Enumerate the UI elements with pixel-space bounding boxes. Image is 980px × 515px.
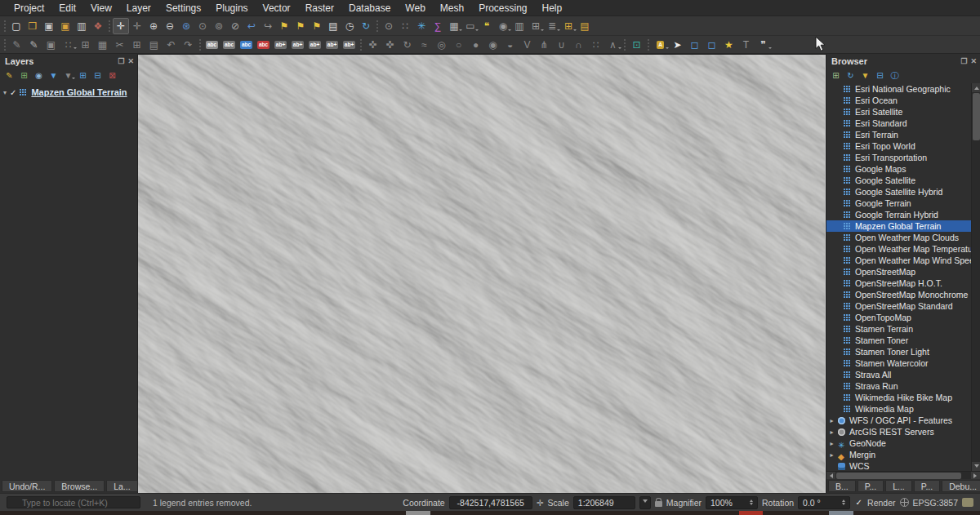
statistics-icon[interactable]: ∑ bbox=[430, 18, 446, 34]
labeled-page-icon[interactable]: ▤ bbox=[577, 18, 593, 34]
properties-widget-icon[interactable]: ⓘ bbox=[888, 69, 902, 82]
collapse-all-icon[interactable]: ⊟ bbox=[873, 69, 887, 82]
browser-item[interactable]: Google Satellite Hybrid bbox=[826, 186, 971, 198]
remove-layer-icon[interactable]: ⊠ bbox=[105, 69, 119, 82]
grid-icon[interactable]: ▥ bbox=[511, 18, 528, 34]
select-rectangle-icon[interactable]: ◻ bbox=[686, 37, 703, 52]
lock-scale-icon[interactable] bbox=[655, 501, 662, 507]
browser-item[interactable]: Google Terrain Hybrid bbox=[826, 209, 971, 220]
undo-icon[interactable]: ↶ bbox=[163, 37, 180, 52]
style-manager-icon[interactable]: ❖ bbox=[90, 18, 106, 34]
menu-web[interactable]: Web bbox=[398, 0, 432, 16]
menu-view[interactable]: View bbox=[83, 0, 119, 16]
browser-item[interactable]: OpenStreetMap Standard bbox=[826, 300, 971, 312]
toolbar-handle[interactable] bbox=[374, 18, 381, 34]
render-checkbox[interactable]: ✓ bbox=[854, 498, 863, 507]
browser-item[interactable]: Stamen Terrain bbox=[826, 323, 971, 335]
browser-item[interactable]: Esri Standard bbox=[826, 118, 971, 129]
expand-arrow-icon[interactable]: ▾ bbox=[3, 89, 7, 96]
browser-item[interactable]: Wikimedia Hike Bike Map bbox=[826, 392, 971, 403]
delete-ring-icon[interactable]: ◉ bbox=[484, 37, 501, 52]
browser-horizontal-scrollbar[interactable] bbox=[826, 471, 980, 479]
add-record-icon[interactable]: ⊞ bbox=[77, 37, 94, 52]
scroll-up-icon[interactable] bbox=[972, 83, 980, 92]
layer-visibility-checkbox[interactable]: ✓ bbox=[10, 88, 16, 97]
save-project-icon[interactable]: ▣ bbox=[41, 18, 57, 34]
layer-rows-icon[interactable]: ≣ bbox=[544, 18, 560, 34]
merge-attributes-icon[interactable]: ∩ bbox=[570, 37, 587, 52]
toolbar-handle[interactable] bbox=[2, 18, 8, 34]
paste-features-icon[interactable]: ▤ bbox=[145, 37, 163, 52]
temporal-controller-icon[interactable]: ◷ bbox=[341, 18, 358, 34]
label-option-icon[interactable]: ab+ bbox=[272, 37, 289, 52]
browser-item[interactable]: Esri Satellite bbox=[826, 106, 971, 118]
browser-item[interactable]: OpenStreetMap bbox=[826, 266, 971, 277]
toggle-editing-icon[interactable]: ✎ bbox=[25, 37, 42, 52]
add-ring-icon[interactable]: ◎ bbox=[433, 37, 450, 52]
browser-item[interactable]: OpenStreetMap Monochrome bbox=[826, 289, 971, 300]
menu-layer[interactable]: Layer bbox=[119, 0, 158, 16]
new-shapefile-icon[interactable]: ★ bbox=[720, 37, 737, 52]
browser-item[interactable]: OpenStreetMap H.O.T. bbox=[826, 277, 971, 289]
delete-part-icon[interactable]: ◒ bbox=[501, 37, 519, 52]
menu-settings[interactable]: Settings bbox=[158, 0, 208, 16]
menu-edit[interactable]: Edit bbox=[51, 0, 83, 16]
map-canvas[interactable] bbox=[138, 54, 826, 493]
scroll-right-icon[interactable] bbox=[971, 472, 980, 480]
scrollbar-thumb[interactable] bbox=[836, 473, 961, 479]
close-panel-icon[interactable]: ✕ bbox=[127, 57, 134, 65]
browser-item-wcs[interactable]: WCS bbox=[826, 460, 971, 471]
rotation-spinner[interactable]: 0.0 ° bbox=[798, 496, 850, 509]
bookmark-manager-icon[interactable]: ⚑ bbox=[309, 18, 325, 34]
digitize-icon[interactable]: ∷ bbox=[60, 37, 77, 52]
cut-features-icon[interactable]: ✂ bbox=[111, 37, 128, 52]
add-selected-layers-icon[interactable]: ⊞ bbox=[829, 69, 843, 82]
browser-item-arcgis[interactable]: ▸ ArcGIS REST Servers bbox=[826, 426, 971, 437]
refresh-map-icon[interactable]: ↻ bbox=[358, 18, 374, 34]
label-option-icon[interactable]: ab+ bbox=[306, 37, 323, 52]
add-part-icon[interactable]: ○ bbox=[450, 37, 467, 52]
new-project-icon[interactable]: ▢ bbox=[8, 18, 24, 34]
float-panel-icon[interactable]: ❐ bbox=[960, 57, 967, 65]
menu-database[interactable]: Database bbox=[341, 0, 398, 16]
browser-item[interactable]: Stamen Watercolor bbox=[826, 357, 971, 369]
rotate-point-symbols-icon[interactable]: ∧ bbox=[604, 37, 621, 52]
tab-processing[interactable]: P... bbox=[858, 480, 884, 492]
toolbar-handle[interactable] bbox=[645, 37, 652, 52]
attribute-table-icon[interactable]: ▦ bbox=[446, 18, 462, 34]
layer-item-mapzen-global-terrain[interactable]: ▾ ✓ Mapzen Global Terrain bbox=[0, 86, 137, 99]
save-project-as-icon[interactable]: ▣ bbox=[57, 18, 74, 34]
select-polygon-icon[interactable]: ◻ bbox=[703, 37, 720, 52]
menu-project[interactable]: Project bbox=[7, 0, 51, 16]
show-map-tips-icon[interactable]: ❞ bbox=[755, 37, 772, 52]
scroll-left-icon[interactable] bbox=[826, 472, 835, 480]
coordinate-value[interactable]: -842517,4781565 bbox=[449, 496, 532, 509]
grid-dots-icon[interactable]: ∷ bbox=[587, 37, 604, 52]
filter-browser-icon[interactable]: ▼ bbox=[858, 69, 872, 82]
auto-label-icon[interactable]: A bbox=[652, 37, 669, 52]
browser-item-wfs[interactable]: ▸ WFS / OGC API - Features bbox=[826, 415, 971, 426]
float-panel-icon[interactable]: ❐ bbox=[118, 57, 124, 65]
deselect-all-layers-icon[interactable]: ⊡ bbox=[628, 37, 645, 52]
browser-item[interactable]: Google Terrain bbox=[826, 198, 971, 209]
browser-item[interactable]: OpenTopoMap bbox=[826, 312, 971, 323]
filter-expression-icon[interactable]: ▼ bbox=[61, 69, 75, 82]
messages-bubble-icon[interactable] bbox=[962, 498, 973, 507]
merge-features-icon[interactable]: ∪ bbox=[553, 37, 570, 52]
simplify-feature-icon[interactable]: ≈ bbox=[416, 37, 433, 52]
collapse-all-icon[interactable]: ⊟ bbox=[91, 69, 105, 82]
browser-item[interactable]: Strava Run bbox=[826, 380, 971, 392]
copy-features-icon[interactable]: ⊞ bbox=[128, 37, 145, 52]
new-bookmark-icon[interactable]: ⚑ bbox=[276, 18, 292, 34]
browser-vertical-scrollbar[interactable] bbox=[971, 83, 980, 471]
spinner-arrows-icon[interactable] bbox=[750, 498, 753, 507]
tab-log[interactable]: L... bbox=[885, 480, 912, 492]
open-project-icon[interactable]: ❒ bbox=[24, 18, 41, 34]
browser-item[interactable]: Google Satellite bbox=[826, 175, 971, 186]
browser-item[interactable]: Open Weather Map Temperature bbox=[826, 243, 971, 255]
layout-manager-icon[interactable]: ▥ bbox=[74, 18, 90, 34]
toolbar-handle[interactable] bbox=[2, 37, 8, 52]
label-option-icon[interactable]: ab+ bbox=[323, 37, 341, 52]
zoom-last-icon[interactable]: ↩ bbox=[243, 18, 260, 34]
browser-item[interactable]: Stamen Toner Light bbox=[826, 346, 971, 357]
